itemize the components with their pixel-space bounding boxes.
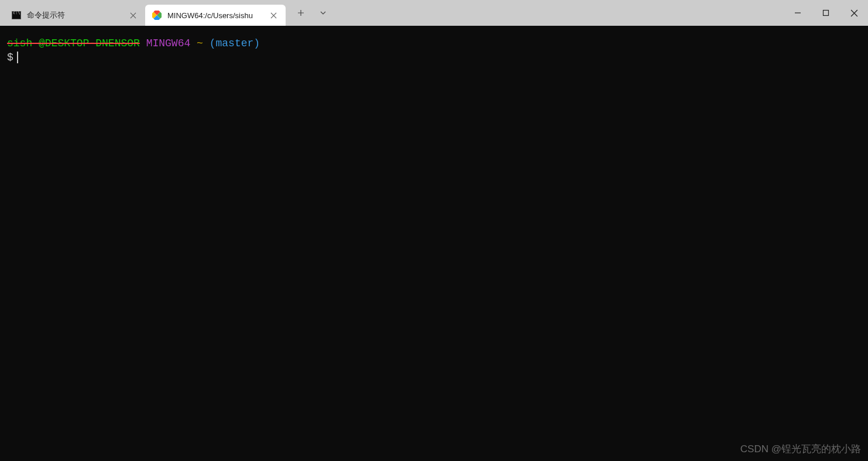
tab-dropdown-button[interactable] — [313, 2, 334, 23]
cursor — [17, 52, 18, 63]
close-tab-icon[interactable] — [128, 10, 138, 21]
tab-actions — [290, 0, 334, 26]
tabs-area: 命令提示符 MINGW64:/c/Users/sishu — [0, 0, 334, 26]
tab-cmd[interactable]: 命令提示符 — [5, 5, 145, 26]
tab-mingw[interactable]: MINGW64:/c/Users/sishu — [145, 5, 286, 26]
git-icon — [152, 11, 162, 20]
prompt-symbol: $ — [7, 50, 13, 64]
close-window-button[interactable] — [840, 0, 868, 26]
prompt-line: sish @DESKTOP-DNENSOR MINGW64 ~ (master) — [7, 36, 862, 50]
tab-title: MINGW64:/c/Users/sishu — [167, 11, 263, 20]
minimize-button[interactable] — [784, 0, 812, 26]
maximize-button[interactable] — [812, 0, 840, 26]
prompt-path: ~ — [197, 37, 203, 49]
svg-rect-4 — [824, 11, 829, 16]
cmd-icon — [12, 11, 21, 20]
prompt-input-line: $ — [7, 50, 862, 64]
close-tab-icon[interactable] — [268, 10, 279, 21]
prompt-branch: (master) — [210, 37, 260, 49]
title-bar: 命令提示符 MINGW64:/c/Users/sishu — [0, 0, 868, 26]
prompt-mingw: MINGW64 — [146, 37, 191, 49]
terminal-pane[interactable]: sish @DESKTOP-DNENSOR MINGW64 ~ (master)… — [0, 26, 868, 461]
tab-title: 命令提示符 — [27, 10, 123, 21]
new-tab-button[interactable] — [290, 2, 311, 23]
prompt-userhost: sish @DESKTOP-DNENSOR — [7, 37, 140, 49]
window-controls — [784, 0, 868, 26]
watermark: CSDN @锃光瓦亮的枕小路 — [740, 443, 861, 456]
